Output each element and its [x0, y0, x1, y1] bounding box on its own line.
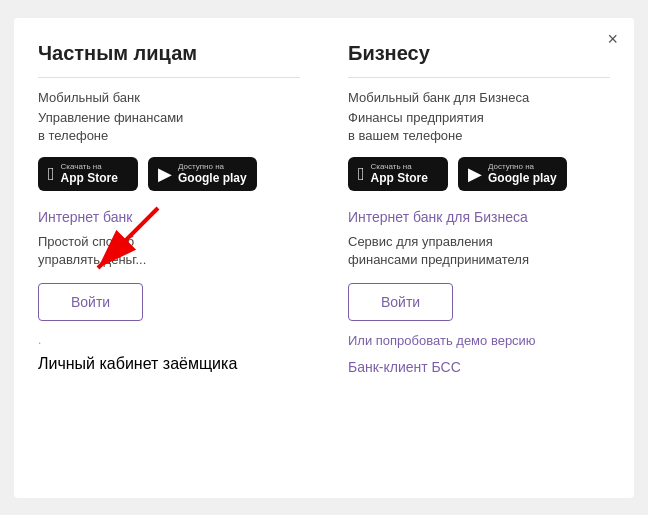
business-login-button[interactable]: Войти	[348, 283, 453, 321]
personal-title: Частным лицам	[38, 42, 300, 65]
business-mobile-bank-desc: Финансы предприятияв вашем телефоне	[348, 109, 610, 145]
business-bss-link[interactable]: Банк-клиент БСС	[348, 359, 461, 375]
personal-column: Частным лицам Мобильный банк Управление …	[14, 42, 324, 474]
personal-mobile-bank-desc: Управление финансамив телефоне	[38, 109, 300, 145]
business-title: Бизнесу	[348, 42, 610, 65]
business-app-store-name: App Store	[371, 171, 428, 185]
business-app-store-button[interactable]:  Скачать на App Store	[348, 157, 448, 191]
dialog: × Частным лицам Мобильный банк Управлени…	[14, 18, 634, 498]
personal-app-store-name: App Store	[61, 171, 118, 185]
business-google-play-button[interactable]: ▶ Доступно на Google play	[458, 157, 567, 191]
business-internet-bank-link[interactable]: Интернет банк для Бизнеса	[348, 209, 610, 225]
business-app-store-sub: Скачать на	[371, 162, 428, 172]
personal-app-store-sub: Скачать на	[61, 162, 118, 172]
apple-icon-biz: 	[358, 165, 365, 183]
personal-dot-label: .	[38, 333, 300, 347]
personal-app-store-button[interactable]:  Скачать на App Store	[38, 157, 138, 191]
close-button[interactable]: ×	[607, 30, 618, 48]
apple-icon: 	[48, 165, 55, 183]
svg-line-1	[98, 208, 158, 268]
business-divider	[348, 77, 610, 78]
red-arrow-icon	[68, 203, 188, 283]
business-demo-link[interactable]: Или попробовать демо версию	[348, 333, 610, 348]
google-play-icon: ▶	[158, 165, 172, 183]
personal-login-button[interactable]: Войти	[38, 283, 143, 321]
personal-google-play-name: Google play	[178, 171, 247, 185]
personal-divider	[38, 77, 300, 78]
arrow-container: Войти	[38, 283, 143, 333]
personal-store-buttons:  Скачать на App Store ▶ Доступно на Goo…	[38, 157, 300, 191]
business-google-play-name: Google play	[488, 171, 557, 185]
personal-borrower-label: Личный кабинет заёмщика	[38, 355, 300, 373]
business-google-play-sub: Доступно на	[488, 162, 557, 172]
google-play-icon-biz: ▶	[468, 165, 482, 183]
business-manage-desc: Сервис для управленияфинансами предприни…	[348, 233, 610, 269]
business-store-buttons:  Скачать на App Store ▶ Доступно на Goo…	[348, 157, 610, 191]
business-column: Бизнесу Мобильный банк для Бизнеса Финан…	[324, 42, 634, 474]
personal-google-play-sub: Доступно на	[178, 162, 247, 172]
personal-google-play-button[interactable]: ▶ Доступно на Google play	[148, 157, 257, 191]
personal-mobile-bank-label: Мобильный банк	[38, 90, 300, 105]
business-mobile-bank-label: Мобильный банк для Бизнеса	[348, 90, 610, 105]
